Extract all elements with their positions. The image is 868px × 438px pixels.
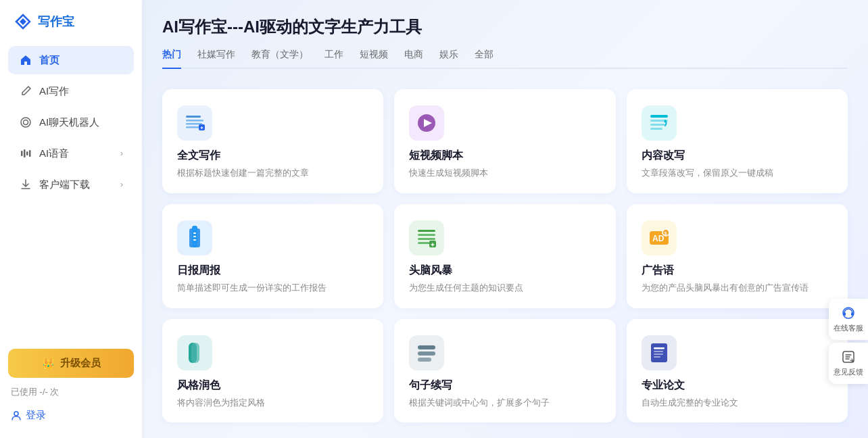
sidebar-item-ai-voice[interactable]: AI语音 ›	[8, 139, 134, 168]
card-desc-ad-copy: 为您的产品头脑风暴出有创意的广告宣传语	[642, 282, 833, 295]
svg-rect-26	[193, 239, 196, 241]
tab-bar: 热门 社媒写作 教育（文学） 工作 短视频 电商 娱乐 全部	[162, 49, 848, 69]
chevron-right-icon: ›	[120, 149, 123, 158]
svg-point-1	[24, 120, 28, 125]
svg-point-0	[21, 118, 30, 127]
svg-rect-11	[186, 126, 199, 128]
sidebar-item-ai-chat-label: AI聊天机器人	[39, 116, 99, 129]
card-ad-copy[interactable]: AD $ 广告语 为您的产品头脑风暴出有创意的广告宣传语	[627, 204, 848, 308]
feedback-button[interactable]: 意见反馈	[829, 343, 868, 384]
card-title-thesis: 专业论文	[642, 379, 833, 393]
tab-short-video[interactable]: 短视频	[360, 49, 388, 69]
card-desc-style-polish: 将内容润色为指定风格	[177, 397, 368, 410]
sidebar-bottom: 👑 升级会员 已使用 -/- 次 登录	[0, 338, 142, 438]
svg-rect-17	[650, 115, 668, 118]
card-title-style-polish: 风格润色	[177, 379, 368, 393]
feedback-icon	[841, 349, 856, 364]
svg-rect-29	[418, 234, 435, 236]
upgrade-label: 升级会员	[60, 357, 101, 370]
svg-rect-49	[654, 354, 663, 355]
sidebar-item-ai-chat[interactable]: AI聊天机器人	[8, 108, 134, 137]
card-icon-daily-report	[177, 220, 212, 256]
svg-text:AD: AD	[652, 234, 665, 243]
feedback-label: 意见反馈	[834, 367, 863, 377]
crown-icon: 👑	[42, 358, 55, 370]
card-title-short-video: 短视频脚本	[409, 149, 600, 163]
svg-rect-42	[418, 345, 435, 349]
svg-rect-53	[851, 312, 853, 316]
download-icon	[19, 178, 32, 191]
sidebar-item-home[interactable]: 首页	[8, 46, 134, 74]
svg-rect-9	[186, 120, 203, 122]
card-sentence-continue[interactable]: 句子续写 根据关键词或中心句，扩展多个句子	[394, 319, 615, 423]
card-icon-sentence-continue	[409, 335, 444, 370]
card-content-rewrite[interactable]: 内容改写 文章段落改写，保留原义一键成稿	[627, 89, 848, 193]
card-thesis[interactable]: 专业论文 自动生成完整的专业论文	[627, 319, 848, 423]
card-style-polish[interactable]: 风格润色 将内容润色为指定风格	[162, 319, 383, 423]
login-button[interactable]: 登录	[8, 406, 134, 424]
card-full-write[interactable]: 全文写作 根据标题快速创建一篇完整的文章	[162, 89, 383, 193]
card-daily-report[interactable]: 日报周报 简单描述即可生成一份详实的工作报告	[162, 204, 383, 308]
tab-ecommerce[interactable]: 电商	[404, 49, 423, 69]
card-title-brainstorm: 头脑风暴	[409, 264, 600, 278]
svg-rect-47	[654, 347, 665, 349]
customer-service-label: 在线客服	[834, 323, 863, 333]
main-header: AI写作宝---AI驱动的文字生产力工具 热门 社媒写作 教育（文学） 工作 短…	[142, 0, 868, 76]
card-icon-ad-copy: AD $	[642, 220, 677, 256]
svg-rect-4	[26, 151, 28, 155]
svg-rect-16	[642, 105, 677, 141]
card-desc-short-video: 快速生成短视频脚本	[409, 167, 600, 180]
sidebar: 写作宝 首页 AI写作	[0, 0, 142, 438]
cards-area: 全文写作 根据标题快速创建一篇完整的文章 短视频脚本 快速生成短视频脚本	[142, 76, 868, 438]
card-short-video-script[interactable]: 短视频脚本 快速生成短视频脚本	[394, 89, 615, 193]
home-icon	[19, 53, 32, 67]
sidebar-item-download-label: 客户端下载	[39, 178, 90, 191]
upgrade-button[interactable]: 👑 升级会员	[8, 349, 134, 378]
headset-icon	[841, 306, 856, 320]
sidebar-item-download[interactable]: 客户端下载 ›	[8, 170, 134, 199]
user-icon	[11, 410, 22, 421]
login-label: 登录	[26, 409, 46, 422]
tab-education[interactable]: 教育（文学）	[251, 49, 308, 69]
svg-rect-24	[193, 233, 196, 234]
card-desc-brainstorm: 为您生成任何主题的知识要点	[409, 282, 600, 295]
tab-work[interactable]: 工作	[324, 49, 343, 69]
card-brainstorm[interactable]: 头脑风暴 为您生成任何主题的知识要点	[394, 204, 615, 308]
tab-social[interactable]: 社媒写作	[197, 49, 235, 69]
card-icon-brainstorm	[409, 220, 444, 256]
sidebar-item-ai-voice-label: AI语音	[39, 147, 69, 160]
card-icon-style-polish	[177, 335, 212, 370]
customer-service-button[interactable]: 在线客服	[829, 299, 868, 340]
svg-rect-19	[650, 124, 665, 126]
svg-rect-8	[186, 116, 201, 118]
logo-area: 写作宝	[0, 12, 142, 46]
svg-rect-40	[191, 343, 199, 363]
usage-text: 已使用 -/- 次	[8, 386, 134, 398]
svg-rect-3	[24, 149, 26, 157]
tab-hot[interactable]: 热门	[162, 49, 181, 69]
sidebar-item-ai-write[interactable]: AI写作	[8, 77, 134, 105]
card-title-ad-copy: 广告语	[642, 264, 833, 278]
svg-point-6	[14, 412, 18, 416]
chat-icon	[19, 116, 32, 129]
card-desc-sentence-continue: 根据关键词或中心句，扩展多个句子	[409, 397, 600, 410]
sidebar-item-ai-write-label: AI写作	[39, 85, 69, 98]
svg-rect-46	[651, 343, 667, 362]
tab-all[interactable]: 全部	[475, 49, 493, 69]
card-title-full-write: 全文写作	[177, 149, 368, 163]
card-icon-content-rewrite	[642, 105, 677, 141]
sidebar-nav: 首页 AI写作 AI聊天机器人	[0, 46, 142, 338]
svg-rect-50	[654, 356, 660, 358]
page-title: AI写作宝---AI驱动的文字生产力工具	[162, 16, 848, 38]
tab-entertainment[interactable]: 娱乐	[439, 49, 458, 69]
svg-rect-5	[29, 150, 31, 157]
card-desc-daily-report: 简单描述即可生成一份详实的工作报告	[177, 282, 368, 295]
svg-rect-2	[21, 151, 23, 156]
card-title-sentence-continue: 句子续写	[409, 379, 600, 393]
sidebar-item-home-label: 首页	[39, 54, 59, 67]
svg-rect-30	[418, 238, 435, 240]
svg-rect-44	[418, 358, 431, 362]
svg-rect-28	[418, 230, 435, 232]
pen-icon	[19, 84, 32, 98]
card-desc-full-write: 根据标题快速创建一篇完整的文章	[177, 167, 368, 180]
